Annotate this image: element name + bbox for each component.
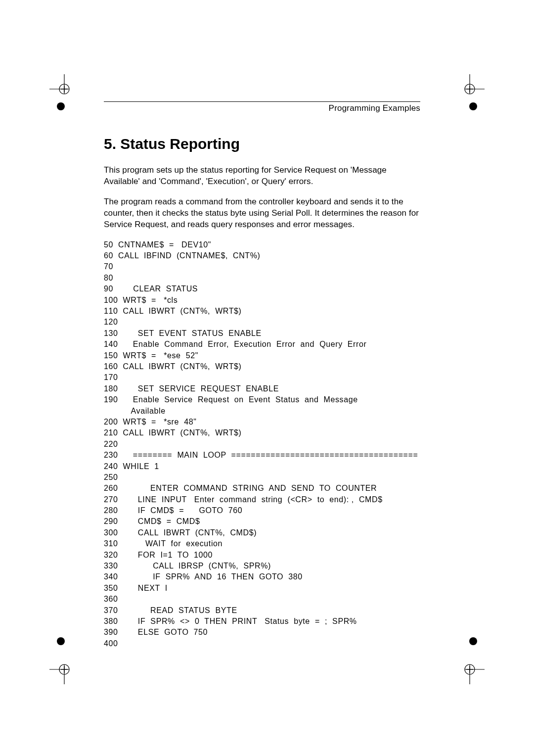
crop-mark-top-right: [455, 74, 485, 104]
intro-paragraph-2: The program reads a command from the con…: [104, 196, 420, 231]
intro-paragraph-1: This program sets up the status reportin…: [104, 165, 420, 188]
section-heading: 5. Status Reporting: [104, 136, 420, 152]
crop-mark-bottom-right: [455, 655, 485, 684]
crop-mark-bottom-left: [49, 655, 79, 684]
dot-marker-bl: [57, 637, 65, 645]
dot-marker-tl: [57, 102, 65, 110]
dot-marker-tr: [469, 102, 477, 110]
page-header-title: Programming Examples: [329, 103, 420, 113]
page-content: Programming Examples 5. Status Reporting…: [104, 101, 420, 649]
code-listing: 50 CNTNAME$ = DEV10" 60 CALL IBFIND (CNT…: [104, 239, 420, 649]
dot-marker-br: [469, 637, 477, 645]
page-header-rule: Programming Examples: [104, 101, 420, 113]
crop-mark-top-left: [49, 74, 79, 104]
